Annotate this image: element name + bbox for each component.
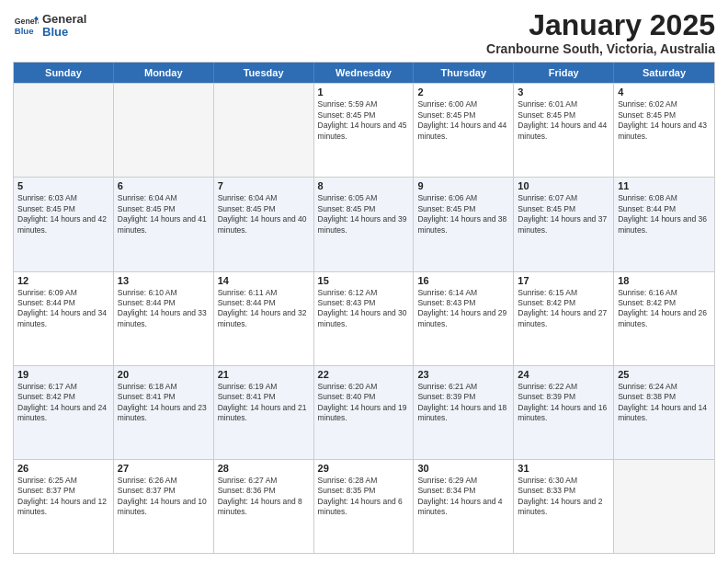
calendar-cell: 22Sunrise: 6:20 AM Sunset: 8:40 PM Dayli…: [314, 366, 415, 459]
calendar-cell: 14Sunrise: 6:11 AM Sunset: 8:44 PM Dayli…: [214, 272, 314, 365]
calendar-day-header: Friday: [514, 63, 614, 83]
cell-info: Sunrise: 6:18 AM Sunset: 8:41 PM Dayligh…: [118, 382, 210, 424]
calendar-cell: 11Sunrise: 6:08 AM Sunset: 8:44 PM Dayli…: [614, 178, 714, 270]
day-number: 16: [417, 275, 509, 286]
svg-text:Blue: Blue: [15, 26, 34, 36]
calendar-cell: 28Sunrise: 6:27 AM Sunset: 8:36 PM Dayli…: [214, 460, 314, 553]
cell-info: Sunrise: 6:10 AM Sunset: 8:44 PM Dayligh…: [118, 288, 210, 330]
cell-info: Sunrise: 6:28 AM Sunset: 8:35 PM Dayligh…: [318, 476, 410, 518]
cell-info: Sunrise: 6:09 AM Sunset: 8:44 PM Dayligh…: [17, 288, 109, 330]
cell-info: Sunrise: 6:29 AM Sunset: 8:34 PM Dayligh…: [417, 476, 509, 518]
cell-info: Sunrise: 6:17 AM Sunset: 8:42 PM Dayligh…: [17, 382, 109, 424]
calendar-cell: 23Sunrise: 6:21 AM Sunset: 8:39 PM Dayli…: [414, 366, 514, 459]
calendar-cell: 12Sunrise: 6:09 AM Sunset: 8:44 PM Dayli…: [14, 272, 114, 365]
day-number: 1: [318, 86, 410, 98]
page: General Blue General Blue January 2025 C…: [0, 0, 728, 563]
calendar-day-header: Monday: [114, 63, 214, 83]
calendar-cell: 4Sunrise: 6:02 AM Sunset: 8:45 PM Daylig…: [614, 84, 714, 177]
calendar-cell: 6Sunrise: 6:04 AM Sunset: 8:45 PM Daylig…: [114, 178, 214, 270]
calendar-cell: 21Sunrise: 6:19 AM Sunset: 8:41 PM Dayli…: [214, 366, 314, 459]
day-number: 11: [618, 180, 711, 191]
cell-info: Sunrise: 6:12 AM Sunset: 8:43 PM Dayligh…: [318, 288, 410, 330]
cell-info: Sunrise: 6:26 AM Sunset: 8:37 PM Dayligh…: [118, 476, 210, 518]
day-number: 25: [618, 369, 711, 380]
calendar-cell: 16Sunrise: 6:14 AM Sunset: 8:43 PM Dayli…: [414, 272, 514, 365]
day-number: 27: [118, 463, 210, 474]
cell-info: Sunrise: 6:15 AM Sunset: 8:42 PM Dayligh…: [518, 288, 609, 330]
calendar-cell: 1Sunrise: 5:59 AM Sunset: 8:45 PM Daylig…: [314, 84, 415, 177]
calendar-day-header: Tuesday: [214, 63, 314, 83]
cell-info: Sunrise: 6:01 AM Sunset: 8:45 PM Dayligh…: [518, 99, 609, 142]
cell-info: Sunrise: 6:05 AM Sunset: 8:45 PM Dayligh…: [318, 193, 410, 236]
logo-icon: General Blue: [13, 13, 39, 39]
day-number: 9: [417, 180, 509, 191]
calendar-cell: 30Sunrise: 6:29 AM Sunset: 8:34 PM Dayli…: [414, 460, 514, 553]
cell-info: Sunrise: 6:14 AM Sunset: 8:43 PM Dayligh…: [417, 288, 509, 330]
title-block: January 2025 Cranbourne South, Victoria,…: [486, 9, 715, 56]
logo: General Blue General Blue: [13, 13, 86, 40]
cell-info: Sunrise: 6:06 AM Sunset: 8:45 PM Dayligh…: [417, 193, 509, 236]
calendar-cell: [214, 84, 314, 177]
cell-info: Sunrise: 6:08 AM Sunset: 8:44 PM Dayligh…: [618, 193, 711, 236]
day-number: 30: [417, 463, 509, 474]
logo-blue: Blue: [42, 26, 86, 39]
cell-info: Sunrise: 6:03 AM Sunset: 8:45 PM Dayligh…: [17, 193, 109, 236]
calendar-cell: 8Sunrise: 6:05 AM Sunset: 8:45 PM Daylig…: [314, 178, 415, 270]
calendar-body: 1Sunrise: 5:59 AM Sunset: 8:45 PM Daylig…: [14, 83, 714, 553]
day-number: 6: [118, 180, 210, 191]
cell-info: Sunrise: 6:20 AM Sunset: 8:40 PM Dayligh…: [318, 382, 410, 424]
calendar-row: 1Sunrise: 5:59 AM Sunset: 8:45 PM Daylig…: [14, 83, 714, 177]
day-number: 13: [118, 275, 210, 286]
calendar-cell: 18Sunrise: 6:16 AM Sunset: 8:42 PM Dayli…: [614, 272, 714, 365]
calendar-day-header: Thursday: [414, 63, 514, 83]
calendar-header: SundayMondayTuesdayWednesdayThursdayFrid…: [14, 63, 714, 83]
day-number: 17: [518, 275, 609, 286]
day-number: 15: [318, 275, 410, 286]
calendar-cell: [14, 84, 114, 177]
day-number: 2: [417, 86, 509, 98]
day-number: 14: [218, 275, 310, 286]
calendar-row: 26Sunrise: 6:25 AM Sunset: 8:37 PM Dayli…: [14, 459, 714, 553]
day-number: 10: [518, 180, 609, 191]
cell-info: Sunrise: 6:27 AM Sunset: 8:36 PM Dayligh…: [218, 476, 310, 518]
day-number: 8: [318, 180, 410, 191]
day-number: 20: [118, 369, 210, 380]
calendar-cell: [114, 84, 214, 177]
day-number: 29: [318, 463, 410, 474]
calendar-day-header: Saturday: [614, 63, 714, 83]
calendar-cell: 5Sunrise: 6:03 AM Sunset: 8:45 PM Daylig…: [14, 178, 114, 270]
cell-info: Sunrise: 6:19 AM Sunset: 8:41 PM Dayligh…: [218, 382, 310, 424]
calendar-cell: 20Sunrise: 6:18 AM Sunset: 8:41 PM Dayli…: [114, 366, 214, 459]
day-number: 31: [518, 463, 609, 474]
day-number: 7: [218, 180, 310, 191]
calendar-cell: 17Sunrise: 6:15 AM Sunset: 8:42 PM Dayli…: [514, 272, 614, 365]
day-number: 4: [618, 86, 711, 98]
header: General Blue General Blue January 2025 C…: [13, 9, 715, 56]
calendar-cell: 9Sunrise: 6:06 AM Sunset: 8:45 PM Daylig…: [414, 178, 514, 270]
calendar-cell: 19Sunrise: 6:17 AM Sunset: 8:42 PM Dayli…: [14, 366, 114, 459]
calendar-cell: 31Sunrise: 6:30 AM Sunset: 8:33 PM Dayli…: [514, 460, 614, 553]
calendar-cell: 27Sunrise: 6:26 AM Sunset: 8:37 PM Dayli…: [114, 460, 214, 553]
day-number: 19: [17, 369, 109, 380]
calendar-cell: 24Sunrise: 6:22 AM Sunset: 8:39 PM Dayli…: [514, 366, 614, 459]
calendar-day-header: Wednesday: [314, 63, 415, 83]
day-number: 18: [618, 275, 711, 286]
calendar-row: 5Sunrise: 6:03 AM Sunset: 8:45 PM Daylig…: [14, 177, 714, 270]
calendar-cell: 7Sunrise: 6:04 AM Sunset: 8:45 PM Daylig…: [214, 178, 314, 270]
page-title: January 2025: [486, 9, 715, 41]
calendar-cell: 15Sunrise: 6:12 AM Sunset: 8:43 PM Dayli…: [314, 272, 415, 365]
logo-text: General Blue: [42, 13, 86, 40]
cell-info: Sunrise: 6:25 AM Sunset: 8:37 PM Dayligh…: [17, 476, 109, 518]
cell-info: Sunrise: 6:30 AM Sunset: 8:33 PM Dayligh…: [518, 476, 609, 518]
cell-info: Sunrise: 6:04 AM Sunset: 8:45 PM Dayligh…: [218, 193, 310, 236]
cell-info: Sunrise: 6:02 AM Sunset: 8:45 PM Dayligh…: [618, 99, 711, 142]
calendar-cell: 10Sunrise: 6:07 AM Sunset: 8:45 PM Dayli…: [514, 178, 614, 270]
calendar: SundayMondayTuesdayWednesdayThursdayFrid…: [13, 62, 715, 554]
cell-info: Sunrise: 6:22 AM Sunset: 8:39 PM Dayligh…: [518, 382, 609, 424]
day-number: 28: [218, 463, 310, 474]
calendar-row: 19Sunrise: 6:17 AM Sunset: 8:42 PM Dayli…: [14, 365, 714, 459]
logo-general: General: [42, 13, 86, 26]
calendar-cell: 29Sunrise: 6:28 AM Sunset: 8:35 PM Dayli…: [314, 460, 415, 553]
calendar-cell: 25Sunrise: 6:24 AM Sunset: 8:38 PM Dayli…: [614, 366, 714, 459]
cell-info: Sunrise: 6:11 AM Sunset: 8:44 PM Dayligh…: [218, 288, 310, 330]
